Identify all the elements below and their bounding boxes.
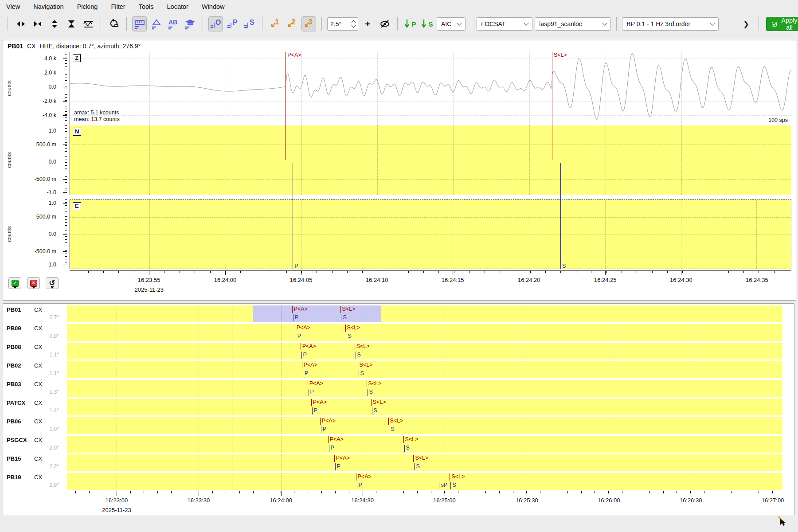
uncertainty-tool-button[interactable]: AB [166,16,180,31]
arrival-marker[interactable]: P<A> [302,362,302,369]
waveform-plots[interactable]: Z amax: 5.1 kcounts mean: 13.7 counts 10… [70,52,791,269]
pick-marker[interactable]: P [301,352,302,359]
pick-p-button[interactable]: P [225,16,240,31]
station-row-psgcx[interactable]: PSGCXCX2.0°P<A>PS<L>S [3,436,794,453]
station-row-pb09[interactable]: PB09CX0.8°P<A>PS<L>S [3,324,794,341]
pick-s-button[interactable]: S [242,16,257,31]
fix-amplitude-scale-button[interactable] [106,16,121,31]
pick-marker[interactable]: P [312,407,313,415]
zoom-preset-2-button[interactable]: 2 [285,16,299,31]
station-row-pb01[interactable]: PB01CX0.7°P<A>PS<L>S [3,305,794,322]
toggle-amplitude-ruler-button[interactable] [132,16,147,31]
pick-onset-button[interactable]: O [208,16,223,31]
toolbar-overflow-button[interactable]: ❯ [739,16,753,31]
menu-item-view[interactable]: View [6,3,20,10]
normalize-amplitudes-button[interactable] [81,16,95,31]
locator-select[interactable]: LOCSAT [477,17,532,31]
pick-marker[interactable]: P [293,314,293,321]
arrival-marker[interactable]: S<L> [367,380,367,387]
zoom-in-horizontal-button[interactable] [30,16,45,31]
theoretical-arrivals-button[interactable] [183,16,197,31]
menu-item-picking[interactable]: Picking [77,3,98,10]
arrival-marker[interactable]: S<L> [413,455,414,462]
arrival-marker[interactable]: S<L> [345,325,346,332]
arrival-marker[interactable]: S<L> [388,418,389,425]
arrival-marker[interactable]: S<L> [450,473,450,481]
station-row-patcx[interactable]: PATCXCX1.4°P<A>PS<L>S [3,399,794,415]
arrival-marker[interactable]: P<A> [356,473,356,481]
pick-marker[interactable]: P [321,426,321,433]
arrival-marker[interactable]: S<L> [355,343,355,350]
amplitude-zoom-out-button[interactable] [47,16,62,31]
arrival-marker[interactable]: S<L> [403,436,404,443]
arrival-marker[interactable]: P<A> [320,418,321,425]
trace-e[interactable]: E [70,200,791,269]
reset-pick-button[interactable]: ↺ [46,277,59,289]
station-trace[interactable]: P<A>PS<L>S [67,305,782,322]
menu-item-locator[interactable]: Locator [167,3,188,10]
arrival-marker[interactable]: S<L> [358,362,358,369]
hide-traces-button[interactable] [377,16,392,31]
pick-marker[interactable]: P [357,482,357,489]
zoom-degree-spinbox[interactable]: 2.5° [327,17,358,31]
pickdown-s-button[interactable]: S [420,16,434,31]
station-row-pb06[interactable]: PB06CX1.8°P<A>PS<L>S [3,417,794,434]
arrival-marker[interactable]: P<A> [311,399,312,406]
arrival-marker[interactable]: P<A> [328,436,329,443]
pick-marker[interactable]: S [450,482,451,489]
confirm-pick-button[interactable]: ✓ [8,277,21,289]
arrival-marker[interactable]: S<L> [340,306,341,313]
station-row-pb02[interactable]: PB02CX1.1°P<A>PS<L>S [3,361,794,378]
pick-marker[interactable]: P [329,445,329,452]
pick-marker[interactable]: S [368,389,368,396]
pick-marker[interactable]: S [346,333,346,340]
arrival-marker[interactable]: P<A> [301,343,301,350]
arrival-marker[interactable]: S<L> [371,399,372,406]
pickdown-p-button[interactable]: P [403,16,418,31]
zoom-out-horizontal-button[interactable] [13,16,28,31]
filter-select[interactable]: BP 0.1 - 1 Hz 3rd order [622,17,719,31]
arrival-marker[interactable]: P<A> [308,380,308,387]
station-row-pb15[interactable]: PB15CX2.2°P<A>PS<L>S [3,454,794,471]
spinbox-arrows[interactable] [352,21,355,27]
apply-all-button[interactable]: Apply all [766,17,798,31]
menu-item-window[interactable]: Window [202,3,225,10]
station-trace[interactable]: P<A>PS<L>S [67,417,782,434]
pick-marker[interactable]: S [359,370,359,377]
pick-marker[interactable]: S [356,352,356,359]
view-window-highlight[interactable] [253,305,381,322]
trace-n[interactable]: N [70,125,791,195]
pick-marker[interactable]: S [372,407,372,415]
station-trace[interactable]: P<A>PS<L>S [67,361,782,378]
add-station-button[interactable]: + [360,16,375,31]
pick-marker[interactable]: S [414,463,415,470]
menu-item-filter[interactable]: Filter [111,3,125,10]
station-row-pb08[interactable]: PB08CX1.1°P<A>PS<L>S [3,343,794,360]
pick-marker[interactable]: S [341,314,341,321]
pick-marker[interactable]: S [404,445,405,452]
pick-marker[interactable]: P [296,333,296,340]
station-trace[interactable]: P<A>PS<L>S [67,380,782,397]
arrival-marker[interactable]: P<A> [292,306,293,313]
picker-algorithm-select[interactable]: AIC [437,17,466,31]
station-trace[interactable]: P<A>PS<L>S [67,324,782,341]
reject-pick-button[interactable]: ✕ [27,277,40,289]
menu-item-navigation[interactable]: Navigation [33,3,64,10]
pick-marker[interactable]: P [303,370,303,377]
locator-profile-select[interactable]: iasp91_scanloc [535,17,611,31]
station-trace[interactable]: P<A>PS<L>S [67,399,782,415]
amplitude-zoom-in-button[interactable] [64,16,78,31]
menu-item-tools[interactable]: Tools [139,3,154,10]
polarity-tool-button[interactable] [149,16,164,31]
station-trace[interactable]: P<A>PS<L>sPS [67,473,782,490]
station-trace[interactable]: P<A>PS<L>S [67,343,782,360]
station-trace[interactable]: P<A>PS<L>S [67,436,782,453]
station-row-pb19[interactable]: PB19CX2.8°P<A>PS<L>sPS [3,473,794,490]
zoom-preset-1-button[interactable]: 1 [268,16,282,31]
arrival-marker[interactable]: P<A> [295,325,295,332]
pick-marker[interactable]: sP [439,482,439,489]
arrival-marker[interactable]: P<A> [334,455,335,462]
trace-z[interactable]: Z amax: 5.1 kcounts mean: 13.7 counts 10… [70,52,791,125]
station-trace[interactable]: P<A>PS<L>S [67,454,782,471]
station-row-pb03[interactable]: PB03CX1.3°P<A>PS<L>S [3,380,794,397]
